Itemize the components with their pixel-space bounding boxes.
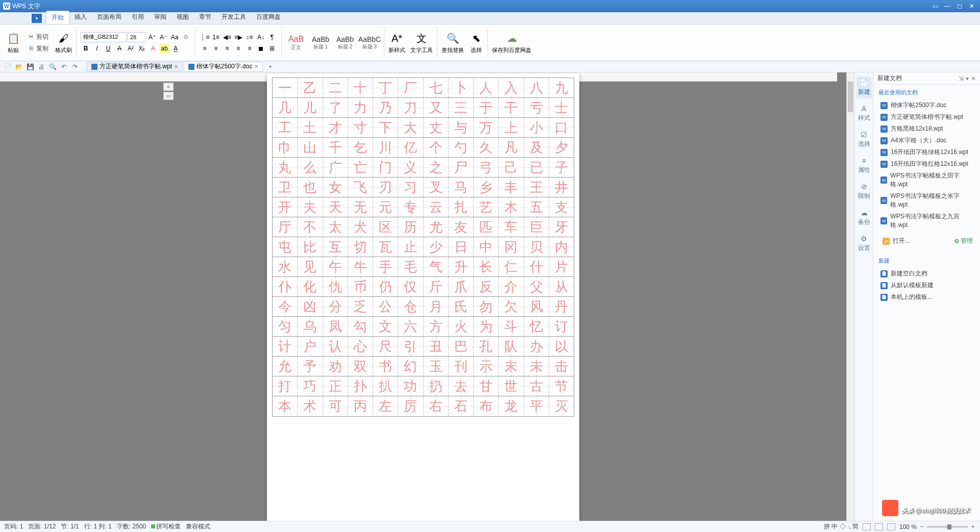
menu-tab-0[interactable]: 开始 bbox=[46, 11, 69, 24]
distribute-button[interactable]: ≡ bbox=[244, 43, 255, 54]
sidetab-属性[interactable]: ≡属性 bbox=[856, 155, 872, 176]
strike-button[interactable]: A bbox=[114, 43, 125, 54]
preview-icon[interactable]: 🔍 bbox=[48, 62, 57, 71]
style-0[interactable]: AaB正文 bbox=[284, 31, 308, 55]
find-replace-icon[interactable]: 🔍 bbox=[446, 31, 460, 45]
char-border-button[interactable]: A̲ bbox=[170, 43, 181, 54]
menu-tab-3[interactable]: 引用 bbox=[127, 11, 149, 24]
new-template-item[interactable]: 📄本机上的模板... bbox=[878, 291, 975, 303]
recent-file-item[interactable]: W16开纸田字格绿格12x16.wpt bbox=[878, 146, 975, 158]
bold-button[interactable]: B bbox=[81, 43, 91, 54]
undo-icon[interactable]: ↶ bbox=[59, 62, 68, 71]
menu-tab-8[interactable]: 百度网盘 bbox=[251, 11, 286, 24]
page[interactable]: 一乙二十丁厂七卜人入八九几儿了力乃刀又三于干亏士工土才寸下大丈与万上小口巾山千乞… bbox=[267, 73, 579, 521]
add-tab-button[interactable]: + bbox=[265, 62, 275, 72]
menu-tab-4[interactable]: 审阅 bbox=[149, 11, 172, 24]
recent-file-item[interactable]: WA4米字格（大）.doc bbox=[878, 135, 975, 146]
decrease-indent-button[interactable]: ◀≡ bbox=[222, 32, 232, 42]
open-icon[interactable]: 📂 bbox=[14, 62, 23, 71]
nav-outline-icon[interactable]: ≡ bbox=[163, 83, 174, 91]
bullets-button[interactable]: ⋮≡ bbox=[200, 32, 210, 42]
cloud-save-icon[interactable]: ☁ bbox=[505, 31, 519, 45]
recent-file-item[interactable]: W16开纸田字格红格12x16.wpt bbox=[878, 158, 975, 170]
increase-indent-button[interactable]: ≡▶ bbox=[233, 32, 243, 42]
highlight-button[interactable]: ab bbox=[159, 43, 169, 54]
show-marks-button[interactable]: ¶ bbox=[267, 32, 277, 42]
subscript-button[interactable]: X₂ bbox=[137, 43, 147, 54]
sidetab-样式[interactable]: A样式 bbox=[856, 103, 872, 124]
new-doc-icon[interactable]: 📄 bbox=[3, 62, 12, 71]
ribbon-toggle-icon[interactable]: ▭ bbox=[930, 3, 940, 10]
recent-file-item[interactable]: WWPS书法字帖模板之九宫格.wpt bbox=[878, 211, 975, 231]
line-spacing-button[interactable]: ↕≡ bbox=[244, 32, 255, 42]
justify-button[interactable]: ≡ bbox=[233, 43, 243, 54]
view-print-icon[interactable] bbox=[863, 523, 871, 530]
sidetab-选择[interactable]: ☑选择 bbox=[856, 129, 872, 150]
print-icon[interactable]: 🖨 bbox=[37, 62, 46, 71]
superscript-button[interactable]: A² bbox=[126, 43, 136, 54]
style-3[interactable]: AaBbC标题 3 bbox=[357, 31, 382, 55]
new-template-item[interactable]: 📄新建空白文档 bbox=[878, 268, 975, 280]
menu-tab-5[interactable]: 视图 bbox=[172, 11, 194, 24]
new-style-icon[interactable]: A* bbox=[390, 31, 404, 45]
menu-tab-6[interactable]: 章节 bbox=[194, 11, 216, 24]
recent-file-item[interactable]: W方正硬笔简体楷书字帖.wpt bbox=[878, 111, 975, 123]
zoom-out-icon[interactable]: － bbox=[919, 522, 925, 531]
status-compat[interactable]: 兼容模式 bbox=[186, 522, 210, 531]
recent-file-item[interactable]: W方格黑格12x18.wpt bbox=[878, 123, 975, 135]
status-ime[interactable]: 拼 中 ◇ ·, 简 bbox=[824, 522, 859, 531]
text-tool-icon[interactable]: 文 bbox=[414, 31, 429, 45]
file-menu-dropdown[interactable]: ▼ bbox=[32, 14, 42, 23]
panel-close-icon[interactable]: ✕ bbox=[971, 75, 976, 82]
status-section[interactable]: 节: 1/1 bbox=[61, 522, 79, 531]
clear-format-icon[interactable]: ♲ bbox=[181, 32, 191, 42]
font-color-button[interactable]: A bbox=[148, 43, 158, 54]
sidetab-新建[interactable]: 📄新建 bbox=[856, 77, 872, 98]
menu-tab-7[interactable]: 开发工具 bbox=[216, 11, 251, 24]
sidetab-备份[interactable]: ☁备份 bbox=[856, 207, 872, 229]
vertical-scrollbar[interactable] bbox=[846, 72, 854, 521]
recent-file-item[interactable]: WWPS书法字帖模板之田字格.wpt bbox=[878, 170, 975, 190]
align-center-button[interactable]: ≡ bbox=[211, 43, 221, 54]
change-case-icon[interactable]: Aa bbox=[169, 32, 180, 42]
cut-button[interactable]: ✂剪切 bbox=[26, 32, 50, 42]
maximize-icon[interactable]: ◻ bbox=[954, 3, 965, 10]
close-tab-icon[interactable]: ✕ bbox=[174, 64, 178, 69]
zoom-slider[interactable] bbox=[927, 526, 968, 528]
panel-pin-icon[interactable]: ⇲ bbox=[959, 75, 964, 82]
status-pages[interactable]: 页面: 1/12 bbox=[28, 522, 56, 531]
new-template-item[interactable]: 📄从默认模板新建 bbox=[878, 280, 975, 291]
select-icon[interactable]: ⬉ bbox=[469, 31, 483, 45]
style-2[interactable]: AaBb标题 2 bbox=[333, 31, 357, 55]
panel-dropdown-icon[interactable]: ▾ bbox=[966, 75, 969, 82]
open-file-button[interactable]: 📂打开... bbox=[880, 235, 912, 247]
style-1[interactable]: AaBb标题 1 bbox=[308, 31, 333, 55]
copy-button[interactable]: ⎘复制 bbox=[26, 43, 50, 54]
save-icon[interactable]: 💾 bbox=[26, 62, 35, 71]
sidetab-限制[interactable]: ⊘限制 bbox=[856, 181, 872, 202]
font-size-select[interactable]: 28 bbox=[128, 32, 146, 42]
recent-file-item[interactable]: WWPS书法字帖模板之米字格.wpt bbox=[878, 190, 975, 211]
align-right-button[interactable]: ≡ bbox=[222, 43, 232, 54]
close-icon[interactable]: ✕ bbox=[967, 3, 977, 10]
italic-button[interactable]: I bbox=[92, 43, 102, 54]
zoom-control[interactable]: 100 % － ＋ bbox=[899, 522, 976, 531]
font-name-select[interactable]: 楷体_GB2312 bbox=[81, 32, 127, 42]
shading-button[interactable]: ◼ bbox=[256, 43, 266, 54]
sort-button[interactable]: A↓ bbox=[256, 32, 266, 42]
sidetab-设置[interactable]: ⚙设置 bbox=[856, 233, 872, 255]
view-outline-icon[interactable] bbox=[875, 523, 883, 530]
zoom-in-icon[interactable]: ＋ bbox=[970, 522, 976, 531]
status-spell[interactable]: 拼写检查 bbox=[151, 522, 181, 531]
format-painter-icon[interactable]: 🖌 bbox=[57, 31, 71, 45]
numbering-button[interactable]: 1≡ bbox=[211, 32, 221, 42]
nav-page-icon[interactable]: ▭ bbox=[163, 92, 174, 100]
status-line[interactable]: 行: 1 列: 1 bbox=[84, 522, 112, 531]
doc-tab-1[interactable]: 楷体字帖2500字.doc✕ bbox=[184, 62, 263, 72]
close-tab-icon[interactable]: ✕ bbox=[254, 64, 258, 69]
status-page[interactable]: 页码: 1 bbox=[4, 522, 23, 531]
align-left-button[interactable]: ≡ bbox=[200, 43, 210, 54]
underline-button[interactable]: U bbox=[103, 43, 113, 54]
status-chars[interactable]: 字数: 2500 bbox=[117, 522, 146, 531]
view-web-icon[interactable] bbox=[887, 523, 895, 530]
